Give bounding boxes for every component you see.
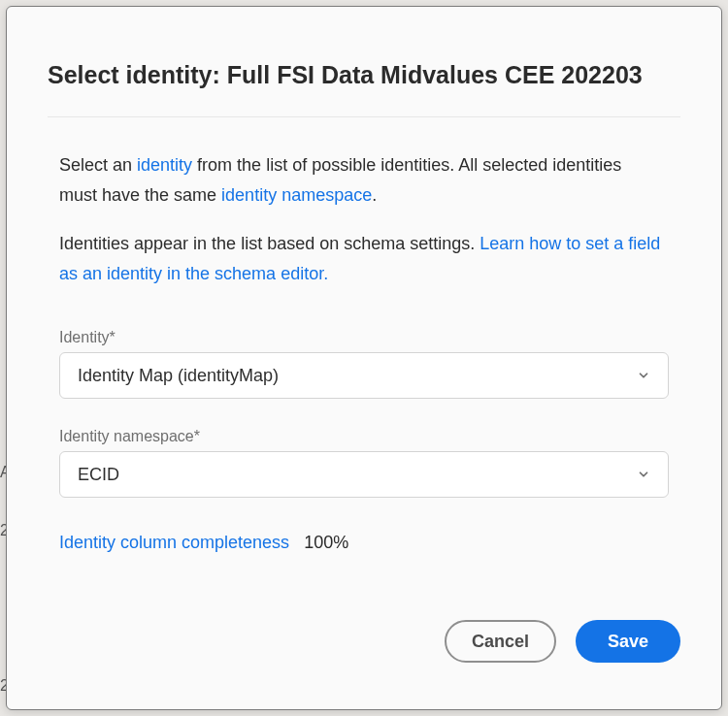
namespace-label: Identity namespace* <box>59 428 669 445</box>
description-2: Identities appear in the list based on s… <box>59 229 661 288</box>
save-button[interactable]: Save <box>576 620 680 663</box>
desc-text: . <box>372 185 377 205</box>
modal-body: Select an identity from the list of poss… <box>48 150 680 553</box>
chevron-down-icon <box>637 468 650 481</box>
modal-title: Select identity: Full FSI Data Midvalues… <box>48 61 680 89</box>
modal-actions: Cancel Save <box>48 585 680 663</box>
completeness-value: 100% <box>304 533 348 552</box>
namespace-select[interactable]: ECID <box>59 451 669 498</box>
completeness-row: Identity column completeness 100% <box>59 533 669 553</box>
description-1: Select an identity from the list of poss… <box>59 150 661 210</box>
namespace-field: Identity namespace* ECID <box>59 428 669 498</box>
chevron-down-icon <box>637 369 650 382</box>
desc-text: Identities appear in the list based on s… <box>59 234 480 253</box>
identity-field: Identity* Identity Map (identityMap) <box>59 329 669 399</box>
modal-backdrop: A 2 2 Select identity: Full FSI Data Mid… <box>0 0 728 716</box>
identity-label: Identity* <box>59 329 669 346</box>
desc-text: Select an <box>59 155 137 175</box>
identity-select[interactable]: Identity Map (identityMap) <box>59 352 669 399</box>
select-identity-modal: Select identity: Full FSI Data Midvalues… <box>6 6 722 710</box>
completeness-link[interactable]: Identity column completeness <box>59 533 289 552</box>
identity-namespace-link[interactable]: identity namespace <box>221 185 372 205</box>
identity-value: Identity Map (identityMap) <box>78 366 279 386</box>
cancel-button[interactable]: Cancel <box>445 620 556 663</box>
identity-link[interactable]: identity <box>137 155 192 175</box>
namespace-value: ECID <box>78 465 119 485</box>
divider <box>48 116 680 117</box>
